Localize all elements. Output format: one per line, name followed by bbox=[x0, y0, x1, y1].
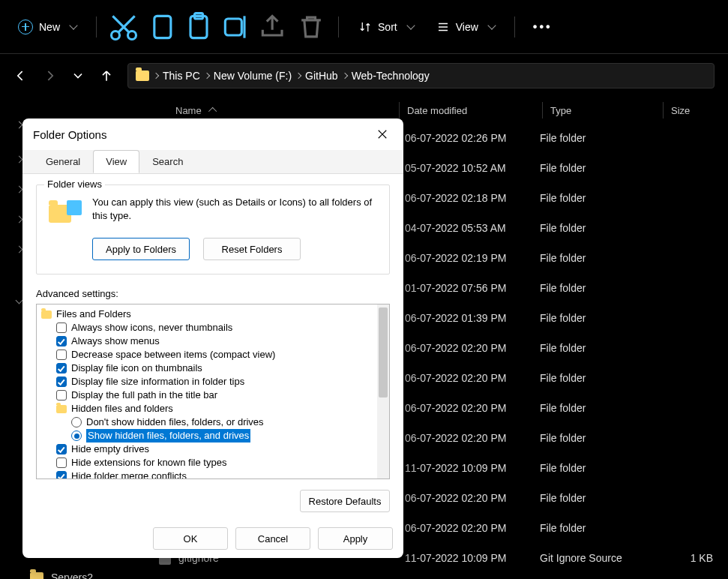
chevron-down-icon bbox=[406, 21, 415, 29]
col-date[interactable]: Date modified bbox=[407, 105, 542, 116]
forward-button[interactable] bbox=[42, 68, 57, 83]
crumb-github[interactable]: GitHub bbox=[305, 70, 338, 82]
back-button[interactable] bbox=[13, 68, 28, 83]
checkbox[interactable] bbox=[56, 390, 67, 400]
breadcrumb[interactable]: This PC New Volume (F:) GitHub Web-Techn… bbox=[127, 63, 715, 88]
apply-to-folders-button[interactable]: Apply to Folders bbox=[92, 238, 190, 260]
cell-date: 06-07-2022 02:20 PM bbox=[405, 492, 540, 504]
opt-compact[interactable]: Decrease space between items (compact vi… bbox=[41, 348, 389, 362]
sort-label: Sort bbox=[378, 21, 397, 33]
opt-file-size-tips[interactable]: Display file size information in folder … bbox=[41, 375, 389, 388]
checkbox[interactable] bbox=[56, 336, 67, 346]
delete-icon[interactable] bbox=[295, 14, 328, 40]
checkbox[interactable] bbox=[56, 471, 67, 479]
dialog-titlebar: Folder Options bbox=[22, 118, 403, 150]
cell-type: File folder bbox=[540, 192, 652, 204]
checkbox[interactable] bbox=[56, 322, 67, 333]
crumb-this-pc[interactable]: This PC bbox=[163, 70, 200, 82]
ok-button[interactable]: OK bbox=[153, 527, 228, 550]
cell-date: 05-07-2022 10:52 AM bbox=[405, 162, 540, 174]
cut-icon[interactable] bbox=[107, 14, 140, 40]
sort-asc-icon bbox=[208, 107, 217, 116]
tab-view[interactable]: View bbox=[93, 150, 139, 173]
folder-views-legend: Folder views bbox=[44, 178, 105, 190]
advanced-settings-label: Advanced settings: bbox=[36, 288, 390, 299]
cell-type: File folder bbox=[540, 462, 652, 474]
cell-type: File folder bbox=[540, 402, 652, 414]
cell-date: 06-07-2022 02:20 PM bbox=[405, 402, 540, 414]
scrollbar[interactable] bbox=[377, 304, 389, 478]
cell-type: File folder bbox=[540, 432, 652, 444]
radio[interactable] bbox=[71, 430, 82, 441]
cell-type: File folder bbox=[540, 492, 652, 504]
folder-views-icon bbox=[49, 200, 82, 227]
opt-hide-empty-drives[interactable]: Hide empty drives bbox=[41, 442, 389, 456]
separator bbox=[338, 16, 339, 38]
tree-group-files[interactable]: Files and Folders bbox=[41, 308, 389, 321]
cell-date: 06-07-2022 02:20 PM bbox=[405, 372, 540, 384]
share-icon[interactable] bbox=[257, 14, 290, 40]
cell-type: Git Ignore Source bbox=[540, 552, 652, 564]
col-size[interactable]: Size bbox=[671, 105, 728, 116]
cancel-button[interactable]: Cancel bbox=[235, 527, 310, 550]
folder-icon bbox=[136, 70, 149, 81]
folder-options-dialog: Folder Options General View Search Folde… bbox=[22, 118, 403, 558]
crumb-volume[interactable]: New Volume (F:) bbox=[214, 70, 292, 82]
separator bbox=[399, 102, 400, 118]
paste-icon[interactable] bbox=[182, 14, 215, 40]
cell-date: 06-07-2022 02:20 PM bbox=[405, 342, 540, 354]
folder-views-text: You can apply this view (such as Details… bbox=[92, 196, 377, 227]
cell-date: 06-07-2022 02:20 PM bbox=[405, 522, 540, 534]
sort-button[interactable]: Sort bbox=[349, 14, 423, 40]
up-button[interactable] bbox=[99, 68, 114, 83]
opt-always-icons[interactable]: Always show icons, never thumbnails bbox=[41, 321, 389, 334]
dialog-body: Folder views You can apply this view (su… bbox=[22, 174, 403, 519]
cell-date: 06-07-2022 01:39 PM bbox=[405, 312, 540, 324]
checkbox[interactable] bbox=[56, 444, 67, 454]
folder-views-group: Folder views You can apply this view (su… bbox=[36, 184, 390, 274]
folder-icon bbox=[30, 572, 43, 579]
svg-rect-2 bbox=[154, 16, 171, 38]
more-button[interactable]: ••• bbox=[526, 20, 560, 34]
copy-icon[interactable] bbox=[145, 14, 178, 40]
opt-hide-merge-conflicts[interactable]: Hide folder merge conflicts bbox=[41, 470, 389, 479]
restore-defaults-button[interactable]: Restore Defaults bbox=[300, 490, 390, 512]
checkbox[interactable] bbox=[56, 458, 67, 468]
cell-type: File folder bbox=[540, 222, 652, 234]
cell-type: File folder bbox=[540, 132, 652, 144]
col-type[interactable]: Type bbox=[550, 105, 663, 116]
checkbox[interactable] bbox=[56, 350, 67, 360]
opt-file-icon-thumb[interactable]: Display file icon on thumbnails bbox=[41, 362, 389, 375]
cell-date: 01-07-2022 07:56 PM bbox=[405, 282, 540, 294]
opt-always-menus[interactable]: Always show menus bbox=[41, 334, 389, 348]
col-name[interactable]: Name bbox=[175, 105, 202, 116]
radio[interactable] bbox=[71, 417, 82, 428]
cell-type: File folder bbox=[540, 282, 652, 294]
opt-hide-extensions[interactable]: Hide extensions for known file types bbox=[41, 456, 389, 470]
new-label: New bbox=[39, 21, 60, 33]
checkbox[interactable] bbox=[56, 376, 67, 387]
close-button[interactable] bbox=[372, 124, 393, 145]
cell-type: File folder bbox=[540, 252, 652, 264]
tree-group-hidden[interactable]: Hidden files and folders bbox=[41, 402, 389, 416]
tab-general[interactable]: General bbox=[33, 150, 93, 173]
opt-dont-show-hidden[interactable]: Don't show hidden files, folders, or dri… bbox=[41, 416, 389, 429]
tab-search[interactable]: Search bbox=[139, 150, 196, 173]
dialog-footer: OK Cancel Apply bbox=[22, 519, 403, 558]
chevron-right-icon bbox=[153, 73, 159, 79]
recent-button[interactable] bbox=[70, 68, 85, 83]
view-button[interactable]: View bbox=[427, 14, 504, 40]
dialog-tabs: General View Search bbox=[22, 150, 403, 174]
rename-icon[interactable] bbox=[220, 14, 253, 40]
apply-button[interactable]: Apply bbox=[318, 527, 393, 550]
crumb-webtech[interactable]: Web-Technology bbox=[352, 70, 430, 82]
checkbox[interactable] bbox=[56, 363, 67, 374]
reset-folders-button[interactable]: Reset Folders bbox=[203, 238, 301, 260]
cell-date: 06-07-2022 02:26 PM bbox=[405, 132, 540, 144]
cell-type: File folder bbox=[540, 522, 652, 534]
dialog-title: Folder Options bbox=[33, 128, 106, 141]
opt-show-hidden[interactable]: Show hidden files, folders, and drives bbox=[41, 429, 389, 442]
new-button[interactable]: New bbox=[9, 14, 85, 40]
scroll-thumb[interactable] bbox=[379, 308, 388, 398]
opt-full-path-title[interactable]: Display the full path in the title bar bbox=[41, 388, 389, 402]
